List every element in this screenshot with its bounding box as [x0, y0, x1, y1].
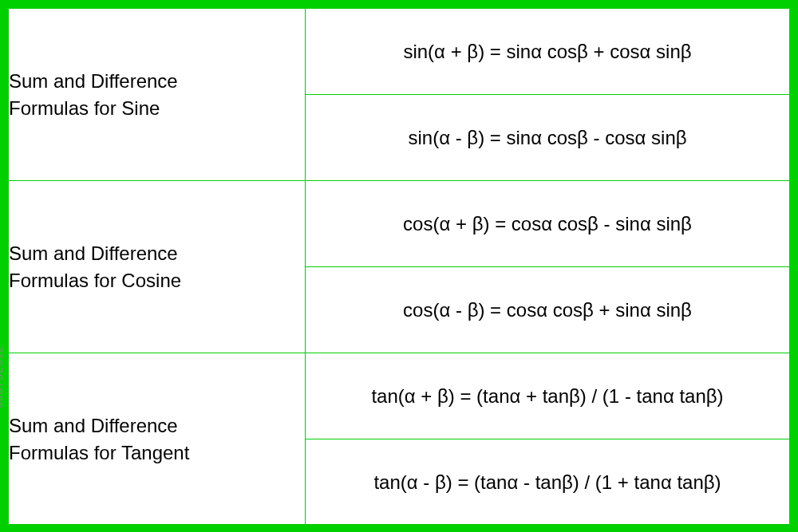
section-label-sine: Sum and Difference Formulas for Sine	[9, 9, 306, 181]
formula-sine-diff: sin(α - β) = sinα cosβ - cosα sinβ	[306, 95, 790, 181]
label-line: Sum and Difference	[9, 415, 178, 436]
label-line: Formulas for Cosine	[9, 270, 181, 291]
formula-sine-sum: sin(α + β) = sinα cosβ + cosα sinβ	[306, 9, 790, 95]
formula-cosine-sum: cos(α + β) = cosα cosβ - sinα sinβ	[306, 181, 790, 267]
table-row: Sum and Difference Formulas for Cosine c…	[9, 181, 790, 267]
table-frame: Sum and Difference Formulas for Sine sin…	[0, 0, 798, 532]
label-line: Sum and Difference	[9, 242, 178, 264]
formula-tangent-diff: tan(α - β) = (tanα - tanβ) / (1 + tanα t…	[306, 439, 790, 526]
table-row: Sum and Difference Formulas for Tangent …	[9, 353, 790, 439]
label-line: Formulas for Tangent	[9, 442, 189, 463]
table-row: Sum and Difference Formulas for Sine sin…	[9, 9, 790, 95]
formula-tangent-sum: tan(α + β) = (tanα + tanβ) / (1 - tanα t…	[306, 353, 790, 439]
section-label-cosine: Sum and Difference Formulas for Cosine	[9, 181, 306, 353]
section-label-tangent: Sum and Difference Formulas for Tangent	[9, 353, 306, 526]
label-line: Formulas for Sine	[9, 97, 160, 119]
formula-table: Sum and Difference Formulas for Sine sin…	[8, 8, 790, 526]
label-line: Sum and Difference	[9, 70, 178, 92]
watermark-text: 603752512	[0, 345, 5, 408]
formula-cosine-diff: cos(α - β) = cosα cosβ + sinα sinβ	[306, 267, 790, 353]
